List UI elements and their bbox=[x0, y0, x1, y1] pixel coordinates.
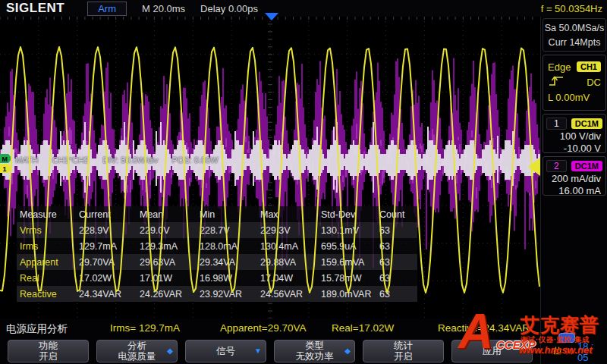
softkey-menu: 功能 开启 分析 电源质量 ◆ 信号 ▼ 类型 无效功率 ◆ 统计 开启 应用 bbox=[0, 338, 540, 364]
side-panel: Sa 50.0MSa/s Curr 14Mpts Edge CH1 DC L 0… bbox=[540, 17, 607, 364]
trigger-coupling: DC bbox=[587, 77, 601, 88]
menu-button-function[interactable]: 功能 开启 bbox=[8, 340, 89, 362]
disabled-red-x-icon bbox=[565, 345, 574, 359]
frequency-counter: f = 50.0354Hz bbox=[541, 3, 602, 14]
rising-edge-icon bbox=[548, 75, 565, 89]
channel1-coupling-badge: DC1M bbox=[571, 118, 602, 129]
diamond-arrow-icon: ◆ bbox=[167, 346, 173, 356]
acquisition-info-box: Sa 50.0MSa/s Curr 14Mpts bbox=[543, 18, 606, 52]
channel2-coupling-badge: DC1M bbox=[571, 161, 602, 171]
down-arrow-icon: ▼ bbox=[254, 346, 262, 356]
clock: 18 : 05 bbox=[577, 340, 607, 363]
trigger-level: L 0.00mV bbox=[548, 92, 590, 103]
diamond-arrow-icon: ◆ bbox=[344, 346, 351, 356]
acquisition-status-badge[interactable]: Arm bbox=[87, 2, 127, 16]
sample-rate: Sa 50.0MSa/s bbox=[543, 21, 605, 36]
menu-button-type[interactable]: 类型 无效功率 ◆ bbox=[274, 340, 355, 362]
waveform-front-svg bbox=[0, 17, 540, 318]
menu-button-analysis[interactable]: 分析 电源质量 ◆ bbox=[96, 340, 178, 362]
power-analysis-status-bar: 电源应用分析 Irms= 129.7mA Apparent=29.70VA Re… bbox=[0, 318, 540, 338]
status-irms: Irms= 129.7mA bbox=[110, 322, 180, 334]
channel1-info-box[interactable]: 1 DC1M 100 V/div -10.00 V bbox=[543, 114, 606, 153]
trigger-position-icon[interactable] bbox=[265, 13, 278, 20]
status-apparent: Apparent=29.70VA bbox=[220, 322, 306, 334]
waveform-display[interactable]: M1 MATH CH1*CH2 DIV: 50.0W/div POS: 0.00… bbox=[0, 17, 540, 318]
top-status-bar: SIGLENT Arm M 20.0ms Delay 0.00ps f = 50… bbox=[0, 0, 607, 17]
status-reactive: Reactive=24.34VAR bbox=[438, 322, 530, 334]
status-real: Real=17.02W bbox=[332, 322, 394, 334]
clock-area: 18 : 05 bbox=[552, 343, 607, 361]
menu-button-apply[interactable]: 应用 bbox=[451, 340, 533, 362]
channel2-scale: 200 mA/div bbox=[546, 173, 602, 185]
channel1-number: 1 bbox=[546, 118, 567, 130]
channel2-position: 16.00 mA bbox=[546, 185, 602, 197]
menu-button-signal[interactable]: 信号 ▼ bbox=[185, 340, 266, 362]
memory-depth: Curr 14Mpts bbox=[543, 36, 605, 50]
channel1-position: -10.00 V bbox=[546, 143, 602, 155]
analysis-title: 电源应用分析 bbox=[6, 322, 68, 336]
channel1-scale: 100 V/div bbox=[546, 130, 602, 143]
timebase-readout[interactable]: M 20.0ms bbox=[142, 3, 185, 14]
trigger-info-box[interactable]: Edge CH1 DC L 0.00mV bbox=[543, 55, 606, 111]
channel2-info-box[interactable]: 2 DC1M 200 mA/div 16.00 mA bbox=[543, 156, 606, 196]
siglent-logo: SIGLENT bbox=[6, 1, 64, 16]
usb-icon bbox=[552, 345, 562, 359]
trigger-mode: Edge bbox=[548, 61, 571, 73]
menu-button-statistics[interactable]: 统计 开启 bbox=[363, 340, 444, 362]
delay-readout[interactable]: Delay 0.00ps bbox=[200, 3, 258, 14]
trigger-source-badge: CH1 bbox=[577, 61, 601, 72]
channel2-number: 2 bbox=[546, 160, 567, 172]
